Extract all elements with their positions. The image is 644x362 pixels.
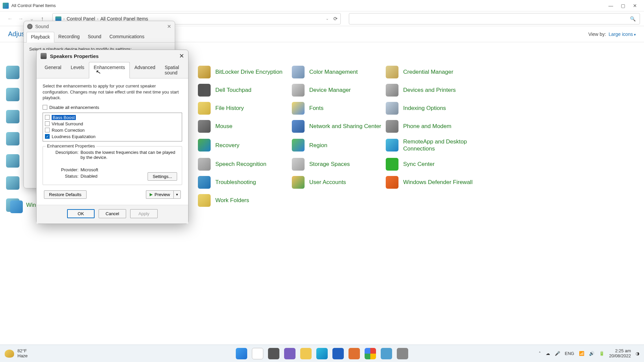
disable-all-checkbox-row[interactable]: Disable all enhancements bbox=[43, 105, 182, 110]
cp-item-icon[interactable] bbox=[6, 176, 19, 190]
cp-item-troubleshooting[interactable]: Troubleshooting bbox=[198, 176, 292, 189]
enhancement-label: Virtual Surround bbox=[52, 121, 83, 126]
cp-item-fonts[interactable]: Fonts bbox=[292, 102, 386, 115]
nav-back-button[interactable]: ← bbox=[7, 16, 13, 22]
search-button[interactable] bbox=[252, 348, 263, 359]
maximize-button[interactable]: ▢ bbox=[620, 3, 626, 8]
close-button[interactable]: ✕ bbox=[632, 3, 638, 8]
tray-overflow-icon[interactable]: ˄ bbox=[539, 351, 541, 356]
cp-item-remoteapp[interactable]: RemoteApp and Desktop Connections bbox=[386, 138, 486, 153]
cp-item-label: Mouse bbox=[215, 123, 232, 130]
preview-button[interactable]: ▶Preview bbox=[146, 190, 173, 199]
cp-item-user-accounts[interactable]: User Accounts bbox=[292, 176, 386, 189]
cp-item-credential-manager[interactable]: Credential Manager bbox=[386, 66, 486, 78]
cp-item-icon[interactable] bbox=[6, 110, 19, 123]
cp-item-bitlocker[interactable]: BitLocker Drive Encryption bbox=[198, 66, 292, 78]
refresh-button[interactable]: ⟳ bbox=[333, 16, 338, 22]
enhancement-room-correction[interactable]: Room Correction bbox=[45, 127, 180, 133]
teams-icon[interactable] bbox=[284, 348, 296, 359]
clock[interactable]: 2:25 am 20/08/2022 bbox=[609, 349, 631, 359]
cp-item-icon[interactable] bbox=[6, 88, 19, 101]
start-button[interactable] bbox=[236, 348, 247, 359]
search-icon: 🔍 bbox=[630, 16, 636, 21]
cp-item-defender-firewall[interactable]: Windows Defender Firewall bbox=[386, 176, 486, 189]
cp-item-speech[interactable]: Speech Recognition bbox=[198, 158, 292, 171]
enhancement-virtual-surround[interactable]: Virtual Surround bbox=[45, 121, 180, 127]
checkbox[interactable] bbox=[43, 105, 47, 110]
cp-item-icon[interactable] bbox=[10, 200, 23, 213]
weather-widget[interactable]: 82°FHaze bbox=[5, 349, 28, 358]
enhancements-list[interactable]: Bass Boost Virtual Surround Room Correct… bbox=[43, 113, 182, 141]
cp-item-region[interactable]: Region bbox=[292, 138, 386, 153]
notification-icon[interactable]: ◑ bbox=[636, 351, 639, 356]
cp-item-phone-modem[interactable]: Phone and Modem bbox=[386, 120, 486, 133]
cp-item-devices-printers[interactable]: Devices and Printers bbox=[386, 84, 486, 97]
checkbox[interactable] bbox=[45, 128, 50, 132]
cp-item-work-folders[interactable]: Work Folders bbox=[198, 194, 292, 207]
cp-item-icon[interactable] bbox=[6, 132, 19, 145]
checkbox[interactable] bbox=[45, 121, 50, 126]
cp-item-label: Color Management bbox=[309, 68, 358, 75]
powerpoint-icon[interactable] bbox=[348, 348, 360, 359]
chrome-icon[interactable] bbox=[365, 348, 376, 359]
cp-item-label: Sync Center bbox=[403, 161, 435, 168]
tab-communications[interactable]: Communications bbox=[105, 32, 148, 42]
apply-button[interactable]: Apply bbox=[130, 209, 158, 218]
cp-item-storage-spaces[interactable]: Storage Spaces bbox=[292, 158, 386, 171]
onedrive-icon[interactable]: ☁ bbox=[546, 351, 550, 356]
cp-item-device-manager[interactable]: Device Manager bbox=[292, 84, 386, 97]
cp-item-sync-center[interactable]: Sync Center bbox=[386, 158, 486, 171]
restore-defaults-button[interactable]: Restore Defaults bbox=[44, 190, 87, 199]
checkbox[interactable] bbox=[45, 115, 50, 120]
battery-icon[interactable]: 🔋 bbox=[599, 351, 604, 356]
tab-playback[interactable]: Playback bbox=[26, 32, 54, 43]
cp-item-network[interactable]: Network and Sharing Center bbox=[292, 120, 386, 133]
breadcrumb-dropdown[interactable]: ⌄ bbox=[326, 16, 329, 21]
enhancements-intro: Select the enhancements to apply for you… bbox=[43, 83, 182, 101]
cp-item-label: Device Manager bbox=[309, 86, 351, 94]
search-input[interactable]: 🔍 bbox=[349, 13, 640, 24]
enhancement-bass-boost[interactable]: Bass Boost bbox=[45, 114, 180, 121]
close-button[interactable]: ✕ bbox=[179, 52, 184, 60]
nav-forward-button[interactable]: → bbox=[17, 16, 24, 22]
view-by-dropdown[interactable]: Large icons bbox=[609, 32, 636, 37]
file-explorer-icon[interactable] bbox=[300, 348, 312, 359]
edge-icon[interactable] bbox=[316, 348, 328, 359]
ok-button[interactable]: OK bbox=[67, 209, 95, 218]
checkbox[interactable] bbox=[45, 134, 50, 139]
tab-recording[interactable]: Recording bbox=[54, 32, 84, 42]
minimize-button[interactable]: — bbox=[608, 3, 614, 8]
cp-item-color-management[interactable]: Color Management bbox=[292, 66, 386, 78]
cp-item-dell-touchpad[interactable]: Dell Touchpad bbox=[198, 84, 292, 97]
tab-levels[interactable]: Levels bbox=[66, 62, 89, 78]
cp-item-file-history[interactable]: File History bbox=[198, 102, 292, 115]
tab-sounds[interactable]: Sound bbox=[84, 32, 105, 42]
folder-icon bbox=[198, 194, 211, 207]
tab-spatial-sound[interactable]: Spatial sound bbox=[160, 62, 185, 78]
cp-item-recovery[interactable]: Recovery bbox=[198, 138, 292, 153]
cp-item-mouse[interactable]: Mouse bbox=[198, 120, 292, 133]
store-icon[interactable] bbox=[332, 348, 344, 359]
settings-icon[interactable] bbox=[381, 348, 392, 359]
tab-advanced[interactable]: Advanced bbox=[130, 62, 160, 78]
cp-item-icon[interactable] bbox=[6, 66, 19, 79]
enhancement-loudness-eq[interactable]: Loudness Equalization bbox=[45, 133, 180, 140]
cp-item-label-partial[interactable]: Win bbox=[26, 202, 36, 208]
wifi-icon[interactable]: 📶 bbox=[579, 351, 584, 356]
task-view-button[interactable] bbox=[268, 348, 279, 359]
preview-dropdown[interactable]: ▾ bbox=[173, 190, 181, 199]
close-button[interactable]: ✕ bbox=[167, 23, 171, 29]
tab-general[interactable]: General bbox=[40, 62, 66, 78]
speakers-properties-dialog: Speakers Properties ✕ General Levels Enh… bbox=[36, 50, 189, 224]
chevron-right-icon[interactable]: › bbox=[63, 17, 65, 21]
volume-icon[interactable]: 🔊 bbox=[589, 351, 594, 356]
tab-enhancements[interactable]: Enhancements bbox=[89, 62, 129, 78]
cp-item-indexing[interactable]: Indexing Options bbox=[386, 102, 486, 115]
app-icon[interactable] bbox=[397, 348, 408, 359]
settings-button[interactable]: Settings... bbox=[148, 172, 177, 181]
microphone-icon[interactable]: 🎤 bbox=[555, 351, 560, 356]
cancel-button[interactable]: Cancel bbox=[99, 209, 126, 218]
language-indicator[interactable]: ENG bbox=[565, 351, 574, 356]
chevron-right-icon[interactable]: › bbox=[97, 17, 99, 21]
cp-item-icon[interactable] bbox=[6, 154, 19, 168]
